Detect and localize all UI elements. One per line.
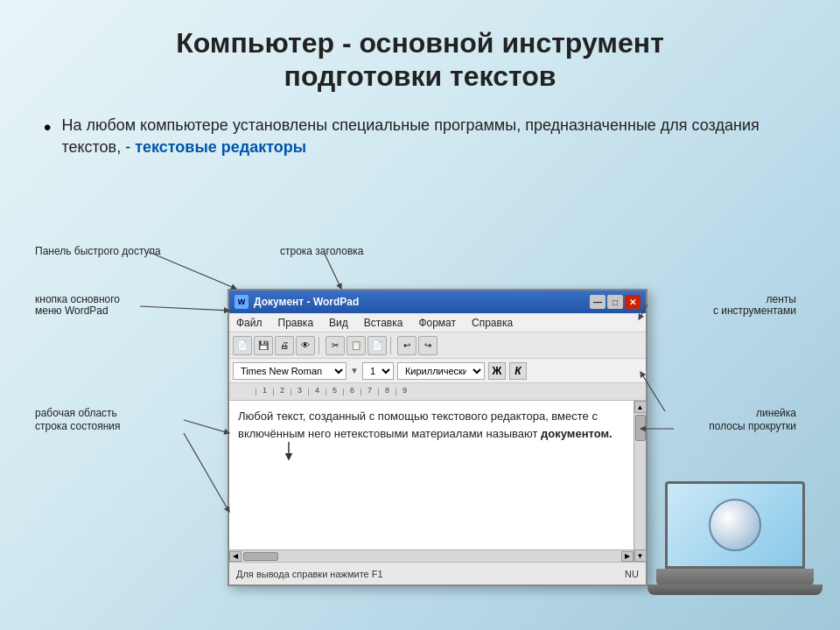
wp-content-wrapper: Любой текст, созданный с помощью текстов… bbox=[229, 401, 646, 562]
menu-view[interactable]: Вид bbox=[327, 317, 350, 329]
status-right: NU bbox=[625, 569, 639, 579]
wp-title-text: Документ - WordPad bbox=[254, 296, 359, 308]
font-dropdown-arrow: ▼ bbox=[350, 366, 359, 375]
bullet-text: На любом компьютере установлены специаль… bbox=[61, 115, 805, 158]
scroll-thumb[interactable] bbox=[635, 415, 646, 441]
ruler-mark-6: 6 bbox=[343, 388, 360, 396]
ruler-mark-1: 1 bbox=[256, 388, 273, 396]
ruler-mark-7: 7 bbox=[360, 388, 378, 396]
laptop-globe bbox=[709, 499, 761, 551]
toolbar-redo[interactable]: ↪ bbox=[418, 336, 438, 355]
scroll-arrow-left[interactable]: ◀ bbox=[229, 551, 242, 562]
font-size-select[interactable]: 14 bbox=[362, 362, 394, 380]
close-button[interactable]: ✕ bbox=[625, 295, 640, 309]
label-menu-wordpad: меню WordPad bbox=[35, 304, 108, 317]
toolbar-undo[interactable]: ↩ bbox=[397, 336, 416, 355]
label-scrollbars: полосы прокрутки bbox=[709, 420, 796, 432]
label-status-bar: строка состояния bbox=[35, 420, 121, 432]
svg-line-4 bbox=[184, 420, 229, 433]
ruler-mark-3: 3 bbox=[290, 388, 308, 396]
wp-textarea[interactable]: Любой текст, созданный с помощью текстов… bbox=[229, 401, 634, 562]
ruler-mark-8: 8 bbox=[378, 388, 396, 396]
menu-file[interactable]: Файл bbox=[234, 317, 264, 329]
label-quick-access: Панель быстрого доступа bbox=[35, 245, 161, 257]
toolbar-sep2 bbox=[390, 337, 394, 354]
toolbar-new[interactable]: 📄 bbox=[233, 336, 252, 355]
menu-insert[interactable]: Вставка bbox=[362, 317, 405, 329]
scroll-thumb-h[interactable] bbox=[243, 552, 278, 561]
bullet-text-highlight: текстовые редакторы bbox=[135, 138, 306, 156]
scroll-arrow-down[interactable]: ▼ bbox=[634, 550, 647, 562]
scroll-arrow-up[interactable]: ▲ bbox=[634, 401, 647, 413]
menu-format[interactable]: Формат bbox=[416, 317, 458, 329]
toolbar-copy[interactable]: 📋 bbox=[346, 336, 366, 355]
toolbar-preview[interactable]: 👁 bbox=[296, 336, 315, 355]
ruler-mark-2: 2 bbox=[273, 388, 290, 396]
bullet-dot: • bbox=[44, 113, 51, 143]
laptop-screen bbox=[665, 481, 805, 569]
title-line2: подготовки текстов bbox=[284, 60, 556, 92]
toolbar-print[interactable]: 🖨 bbox=[275, 336, 294, 355]
wp-menubar: Файл Правка Вид Вставка Формат Справка bbox=[229, 313, 646, 332]
svg-line-2 bbox=[140, 306, 229, 311]
bold-button[interactable]: Ж bbox=[488, 362, 506, 380]
label-work-area: рабочая область bbox=[35, 407, 117, 419]
locale-select[interactable]: Кириллический bbox=[397, 362, 485, 380]
status-text: Для вывода справки нажмите F1 bbox=[236, 569, 383, 579]
menu-edit[interactable]: Правка bbox=[276, 317, 316, 329]
toolbar-save[interactable]: 💾 bbox=[254, 336, 273, 355]
bullet-item: • На любом компьютере установлены специа… bbox=[35, 115, 805, 158]
slide-title: Компьютер - основной инструмент подготов… bbox=[35, 26, 805, 94]
wp-titlebar-left: W Документ - WordPad bbox=[234, 295, 359, 309]
toolbar-sep1 bbox=[318, 337, 322, 354]
italic-button[interactable]: К bbox=[509, 362, 527, 380]
laptop-bottom bbox=[648, 584, 822, 595]
scroll-arrow-right[interactable]: ▶ bbox=[621, 551, 634, 562]
laptop-base bbox=[656, 569, 814, 586]
wp-content-text: Любой текст, созданный с помощью текстов… bbox=[238, 410, 612, 440]
title-line1: Компьютер - основной инструмент bbox=[176, 27, 664, 59]
bullet-section: • На любом компьютере установлены специа… bbox=[35, 115, 805, 158]
minimize-button[interactable]: — bbox=[590, 295, 606, 309]
font-select[interactable]: Times New Roman bbox=[233, 362, 346, 380]
ruler-marks-container: 1 2 3 4 5 6 7 8 9 bbox=[256, 383, 413, 400]
wp-formatbar: Times New Roman ▼ 14 Кириллический Ж К bbox=[229, 359, 646, 383]
wp-ruler: 1 2 3 4 5 6 7 8 9 bbox=[229, 383, 646, 401]
toolbar-paste[interactable]: 📄 bbox=[368, 336, 387, 355]
svg-line-0 bbox=[149, 252, 236, 289]
label-ribbon-tools: с инструментами bbox=[713, 304, 796, 317]
wordpad-icon: W bbox=[234, 295, 248, 309]
wp-controls[interactable]: — □ ✕ bbox=[590, 295, 640, 309]
ruler-mark-9: 9 bbox=[396, 388, 413, 396]
wordpad-window: W Документ - WordPad — □ ✕ Файл Правка В… bbox=[228, 289, 648, 586]
menu-help[interactable]: Справка bbox=[470, 317, 514, 329]
ruler-mark-5: 5 bbox=[326, 388, 343, 396]
label-title-bar: строка заголовка bbox=[280, 245, 363, 257]
laptop-decoration bbox=[648, 481, 822, 621]
maximize-button[interactable]: □ bbox=[607, 295, 623, 309]
ruler-mark-4: 4 bbox=[308, 388, 326, 396]
wp-statusbar: Для вывода справки нажмите F1 NU bbox=[229, 562, 646, 584]
horizontal-scrollbar[interactable]: ◀ ▶ bbox=[229, 550, 634, 562]
wp-toolbar: 📄 💾 🖨 👁 ✂ 📋 📄 ↩ ↪ bbox=[229, 332, 646, 359]
wp-titlebar: W Документ - WordPad — □ ✕ bbox=[229, 290, 646, 313]
toolbar-cut[interactable]: ✂ bbox=[326, 336, 345, 355]
vertical-scrollbar[interactable]: ▲ ▼ bbox=[634, 401, 646, 562]
svg-line-5 bbox=[184, 433, 229, 512]
slide-container: Компьютер - основной инструмент подготов… bbox=[0, 0, 840, 630]
label-ruler: линейка bbox=[756, 407, 796, 419]
